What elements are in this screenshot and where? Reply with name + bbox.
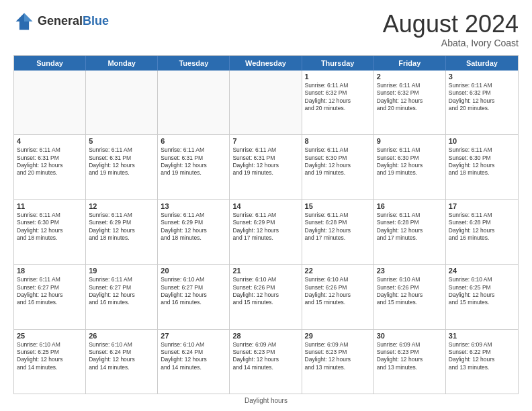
calendar-cell: 26Sunrise: 6:10 AM Sunset: 6:24 PM Dayli… <box>86 330 158 394</box>
day-number: 16 <box>377 202 443 210</box>
cell-text: Sunrise: 6:11 AM Sunset: 6:27 PM Dayligh… <box>17 276 83 307</box>
logo-blue: Blue <box>83 14 109 28</box>
calendar-cell: 3Sunrise: 6:11 AM Sunset: 6:32 PM Daylig… <box>446 71 518 134</box>
cell-text: Sunrise: 6:10 AM Sunset: 6:26 PM Dayligh… <box>377 276 443 307</box>
day-number: 12 <box>89 202 154 210</box>
cell-text: Sunrise: 6:10 AM Sunset: 6:27 PM Dayligh… <box>161 276 226 307</box>
cell-text: Sunrise: 6:11 AM Sunset: 6:31 PM Dayligh… <box>161 146 226 177</box>
day-number: 4 <box>17 137 83 145</box>
weekday-header: Saturday <box>446 56 518 71</box>
calendar-cell: 11Sunrise: 6:11 AM Sunset: 6:30 PM Dayli… <box>14 200 86 264</box>
cell-text: Sunrise: 6:11 AM Sunset: 6:28 PM Dayligh… <box>305 212 371 242</box>
calendar-cell: 4Sunrise: 6:11 AM Sunset: 6:31 PM Daylig… <box>14 135 86 199</box>
calendar-cell: 5Sunrise: 6:11 AM Sunset: 6:31 PM Daylig… <box>86 135 158 199</box>
calendar-cell <box>158 71 230 134</box>
calendar-cell: 17Sunrise: 6:11 AM Sunset: 6:28 PM Dayli… <box>446 200 518 264</box>
cell-text: Sunrise: 6:09 AM Sunset: 6:23 PM Dayligh… <box>305 341 371 372</box>
day-number: 11 <box>17 202 83 210</box>
calendar-row: 11Sunrise: 6:11 AM Sunset: 6:30 PM Dayli… <box>14 199 518 264</box>
day-number: 17 <box>449 202 515 210</box>
calendar-cell: 9Sunrise: 6:11 AM Sunset: 6:30 PM Daylig… <box>374 135 446 199</box>
day-number: 15 <box>305 202 371 210</box>
day-number: 19 <box>89 267 154 275</box>
weekday-header: Tuesday <box>158 56 230 71</box>
weekday-header: Monday <box>86 56 158 71</box>
footer-note: Daylight hours <box>13 397 519 404</box>
logo-icon <box>13 11 35 32</box>
cell-text: Sunrise: 6:11 AM Sunset: 6:30 PM Dayligh… <box>17 212 83 242</box>
logo: GeneralBlue <box>13 11 109 32</box>
day-number: 3 <box>449 73 515 81</box>
cell-text: Sunrise: 6:11 AM Sunset: 6:29 PM Dayligh… <box>89 212 154 242</box>
page: GeneralBlue August 2024 Abata, Ivory Coa… <box>0 0 532 411</box>
cell-text: Sunrise: 6:11 AM Sunset: 6:32 PM Dayligh… <box>377 82 443 113</box>
cell-text: Sunrise: 6:11 AM Sunset: 6:28 PM Dayligh… <box>449 212 515 242</box>
calendar-cell: 29Sunrise: 6:09 AM Sunset: 6:23 PM Dayli… <box>302 330 374 394</box>
cell-text: Sunrise: 6:11 AM Sunset: 6:30 PM Dayligh… <box>305 146 371 177</box>
calendar-cell: 6Sunrise: 6:11 AM Sunset: 6:31 PM Daylig… <box>158 135 230 199</box>
calendar-row: 1Sunrise: 6:11 AM Sunset: 6:32 PM Daylig… <box>14 71 518 134</box>
calendar-cell <box>86 71 158 134</box>
calendar: SundayMondayTuesdayWednesdayThursdayFrid… <box>13 55 519 394</box>
logo-general: General <box>38 14 83 28</box>
day-number: 2 <box>377 73 443 81</box>
calendar-cell <box>230 71 302 134</box>
cell-text: Sunrise: 6:10 AM Sunset: 6:26 PM Dayligh… <box>305 276 371 307</box>
day-number: 28 <box>232 332 298 340</box>
cell-text: Sunrise: 6:11 AM Sunset: 6:28 PM Dayligh… <box>377 212 443 242</box>
cell-text: Sunrise: 6:11 AM Sunset: 6:32 PM Dayligh… <box>305 82 371 113</box>
calendar-header: SundayMondayTuesdayWednesdayThursdayFrid… <box>14 56 518 71</box>
calendar-cell: 20Sunrise: 6:10 AM Sunset: 6:27 PM Dayli… <box>158 265 230 328</box>
weekday-header: Friday <box>374 56 446 71</box>
cell-text: Sunrise: 6:09 AM Sunset: 6:23 PM Dayligh… <box>377 341 443 372</box>
calendar-cell: 31Sunrise: 6:09 AM Sunset: 6:22 PM Dayli… <box>446 330 518 394</box>
cell-text: Sunrise: 6:11 AM Sunset: 6:27 PM Dayligh… <box>89 276 154 307</box>
cell-text: Sunrise: 6:10 AM Sunset: 6:25 PM Dayligh… <box>449 276 515 307</box>
cell-text: Sunrise: 6:11 AM Sunset: 6:31 PM Dayligh… <box>17 146 83 177</box>
day-number: 9 <box>377 137 443 145</box>
calendar-cell: 7Sunrise: 6:11 AM Sunset: 6:31 PM Daylig… <box>230 135 302 199</box>
calendar-cell: 21Sunrise: 6:10 AM Sunset: 6:26 PM Dayli… <box>230 265 302 328</box>
cell-text: Sunrise: 6:10 AM Sunset: 6:24 PM Dayligh… <box>161 341 226 372</box>
daylight-hours-label: Daylight hours <box>245 397 287 404</box>
weekday-header: Sunday <box>14 56 86 71</box>
day-number: 22 <box>305 267 371 275</box>
calendar-cell: 15Sunrise: 6:11 AM Sunset: 6:28 PM Dayli… <box>302 200 374 264</box>
day-number: 7 <box>232 137 298 145</box>
calendar-cell: 13Sunrise: 6:11 AM Sunset: 6:29 PM Dayli… <box>158 200 230 264</box>
day-number: 27 <box>161 332 226 340</box>
day-number: 8 <box>305 137 371 145</box>
cell-text: Sunrise: 6:11 AM Sunset: 6:31 PM Dayligh… <box>232 146 298 177</box>
calendar-row: 25Sunrise: 6:10 AM Sunset: 6:25 PM Dayli… <box>14 329 518 394</box>
weekday-header: Wednesday <box>230 56 302 71</box>
cell-text: Sunrise: 6:09 AM Sunset: 6:22 PM Dayligh… <box>449 341 515 372</box>
cell-text: Sunrise: 6:11 AM Sunset: 6:29 PM Dayligh… <box>232 212 298 242</box>
calendar-cell: 27Sunrise: 6:10 AM Sunset: 6:24 PM Dayli… <box>158 330 230 394</box>
calendar-cell: 16Sunrise: 6:11 AM Sunset: 6:28 PM Dayli… <box>374 200 446 264</box>
calendar-cell: 25Sunrise: 6:10 AM Sunset: 6:25 PM Dayli… <box>14 330 86 394</box>
day-number: 21 <box>232 267 298 275</box>
day-number: 24 <box>449 267 515 275</box>
cell-text: Sunrise: 6:10 AM Sunset: 6:25 PM Dayligh… <box>17 341 83 372</box>
cell-text: Sunrise: 6:11 AM Sunset: 6:29 PM Dayligh… <box>161 212 226 242</box>
header: GeneralBlue August 2024 Abata, Ivory Coa… <box>13 11 519 48</box>
day-number: 30 <box>377 332 443 340</box>
calendar-cell: 14Sunrise: 6:11 AM Sunset: 6:29 PM Dayli… <box>230 200 302 264</box>
logo-text: GeneralBlue <box>38 15 109 28</box>
calendar-cell: 1Sunrise: 6:11 AM Sunset: 6:32 PM Daylig… <box>302 71 374 134</box>
calendar-row: 18Sunrise: 6:11 AM Sunset: 6:27 PM Dayli… <box>14 264 518 328</box>
calendar-row: 4Sunrise: 6:11 AM Sunset: 6:31 PM Daylig… <box>14 134 518 199</box>
calendar-cell: 10Sunrise: 6:11 AM Sunset: 6:30 PM Dayli… <box>446 135 518 199</box>
day-number: 13 <box>161 202 226 210</box>
calendar-cell: 28Sunrise: 6:09 AM Sunset: 6:23 PM Dayli… <box>230 330 302 394</box>
svg-marker-1 <box>24 13 32 21</box>
cell-text: Sunrise: 6:09 AM Sunset: 6:23 PM Dayligh… <box>232 341 298 372</box>
weekday-header: Thursday <box>302 56 374 71</box>
day-number: 14 <box>232 202 298 210</box>
calendar-cell: 19Sunrise: 6:11 AM Sunset: 6:27 PM Dayli… <box>86 265 158 328</box>
day-number: 5 <box>89 137 154 145</box>
day-number: 29 <box>305 332 371 340</box>
calendar-body: 1Sunrise: 6:11 AM Sunset: 6:32 PM Daylig… <box>14 71 518 394</box>
day-number: 23 <box>377 267 443 275</box>
day-number: 6 <box>161 137 226 145</box>
